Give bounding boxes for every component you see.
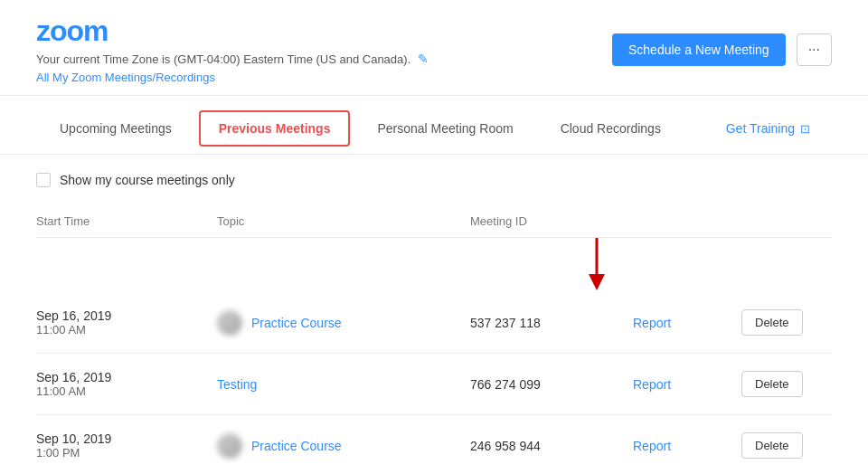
meeting-id-cell: 537 237 118: [470, 316, 633, 330]
tab-upcoming[interactable]: Upcoming Meetings: [36, 103, 195, 154]
report-arrow-icon: [583, 238, 610, 292]
delete-button[interactable]: Delete: [741, 309, 803, 336]
meeting-time: 1:00 PM: [36, 446, 217, 460]
start-time-cell: Sep 16, 2019 11:00 AM: [36, 308, 217, 337]
topic-link[interactable]: Practice Course: [251, 439, 342, 453]
zoom-logo: zoom: [36, 14, 429, 48]
meeting-time: 11:00 AM: [36, 323, 217, 337]
edit-timezone-icon[interactable]: ✎: [418, 52, 429, 66]
get-training-link[interactable]: Get Training ⊡: [704, 105, 832, 152]
tab-personal[interactable]: Personal Meeting Room: [354, 103, 536, 154]
arrow-indicator: [36, 238, 832, 292]
schedule-meeting-button[interactable]: Schedule a New Meeting: [612, 33, 786, 66]
meeting-date: Sep 16, 2019: [36, 370, 217, 384]
topic-link[interactable]: Practice Course: [251, 316, 342, 330]
header: zoom Your current Time Zone is (GMT-04:0…: [0, 0, 868, 96]
col-topic: Topic: [217, 214, 470, 228]
tab-previous[interactable]: Previous Meetings: [199, 110, 351, 147]
avatar: [217, 433, 242, 459]
col-delete: [741, 214, 832, 228]
topic-cell: Testing: [217, 377, 470, 392]
more-options-button[interactable]: ···: [797, 33, 832, 66]
delete-button[interactable]: Delete: [741, 432, 803, 459]
all-meetings-link[interactable]: All My Zoom Meetings/Recordings: [36, 71, 215, 84]
col-meeting-id: Meeting ID: [470, 214, 633, 228]
timezone-text: Your current Time Zone is (GMT-04:00) Ea…: [36, 52, 410, 66]
delete-button[interactable]: Delete: [741, 371, 803, 397]
tabs-bar: Upcoming Meetings Previous Meetings Pers…: [0, 103, 868, 155]
filter-row: Show my course meetings only: [36, 173, 832, 187]
meetings-table: Start Time Topic Meeting ID Sep 16, 2019…: [36, 205, 832, 474]
start-time-cell: Sep 16, 2019 11:00 AM: [36, 370, 217, 398]
meeting-id-cell: 246 958 944: [470, 439, 633, 453]
meeting-date: Sep 10, 2019: [36, 431, 217, 446]
col-report: [633, 214, 741, 228]
table-row: Sep 16, 2019 11:00 AM Practice Course 53…: [36, 292, 832, 354]
report-link[interactable]: Report: [633, 377, 671, 392]
course-filter-checkbox[interactable]: [36, 173, 51, 187]
meeting-date: Sep 16, 2019: [36, 308, 217, 323]
svg-marker-1: [589, 274, 605, 290]
external-link-icon: ⊡: [800, 122, 810, 136]
main-content: Show my course meetings only Start Time …: [0, 155, 868, 474]
meeting-id-cell: 766 274 099: [470, 377, 633, 392]
avatar: [217, 310, 242, 336]
table-row: Sep 16, 2019 11:00 AM Testing 766 274 09…: [36, 354, 832, 415]
topic-cell: Practice Course: [217, 433, 470, 459]
meeting-time: 11:00 AM: [36, 384, 217, 398]
course-filter-label: Show my course meetings only: [60, 173, 235, 187]
table-header: Start Time Topic Meeting ID: [36, 205, 832, 238]
col-start-time: Start Time: [36, 214, 217, 228]
topic-link[interactable]: Testing: [217, 377, 257, 392]
report-link[interactable]: Report: [633, 439, 671, 453]
topic-cell: Practice Course: [217, 310, 470, 336]
report-link[interactable]: Report: [633, 316, 671, 330]
table-row: Sep 10, 2019 1:00 PM Practice Course 246…: [36, 415, 832, 474]
start-time-cell: Sep 10, 2019 1:00 PM: [36, 431, 217, 460]
tab-cloud[interactable]: Cloud Recordings: [537, 103, 684, 154]
